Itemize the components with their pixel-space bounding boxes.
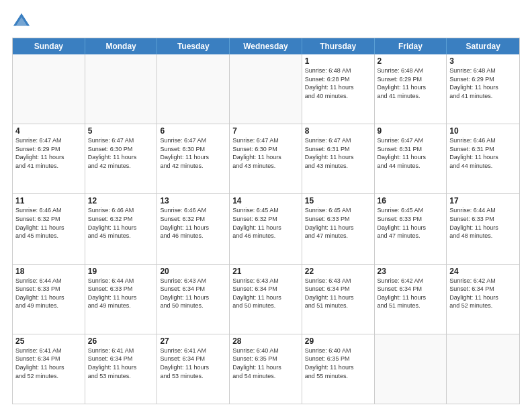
calendar-cell: 5Sunrise: 6:47 AM Sunset: 6:30 PM Daylig… — [85, 124, 158, 193]
calendar-cell — [13, 54, 85, 124]
day-number: 17 — [449, 196, 517, 205]
calendar-header-cell: Wednesday — [230, 38, 302, 54]
calendar-cell: 22Sunrise: 6:43 AM Sunset: 6:34 PM Dayli… — [302, 265, 375, 334]
day-number: 6 — [160, 126, 226, 136]
day-number: 10 — [449, 126, 517, 136]
day-number: 3 — [449, 56, 517, 66]
day-number: 14 — [232, 196, 299, 205]
day-number: 8 — [305, 126, 371, 136]
calendar-cell: 25Sunrise: 6:41 AM Sunset: 6:34 PM Dayli… — [13, 334, 85, 404]
calendar-week: 11Sunrise: 6:46 AM Sunset: 6:32 PM Dayli… — [13, 193, 519, 263]
day-number: 20 — [160, 267, 226, 276]
day-info: Sunrise: 6:45 AM Sunset: 6:32 PM Dayligh… — [232, 206, 299, 240]
day-info: Sunrise: 6:46 AM Sunset: 6:32 PM Dayligh… — [160, 206, 226, 240]
day-number: 1 — [305, 56, 371, 66]
calendar-body: 1Sunrise: 6:48 AM Sunset: 6:28 PM Daylig… — [13, 54, 519, 404]
calendar-cell: 19Sunrise: 6:44 AM Sunset: 6:33 PM Dayli… — [85, 265, 158, 334]
day-number: 21 — [232, 267, 299, 276]
day-info: Sunrise: 6:47 AM Sunset: 6:30 PM Dayligh… — [88, 136, 154, 170]
page: SundayMondayTuesdayWednesdayThursdayFrid… — [0, 0, 532, 411]
calendar-header-cell: Friday — [375, 38, 447, 54]
calendar-cell: 21Sunrise: 6:43 AM Sunset: 6:34 PM Dayli… — [230, 265, 302, 334]
day-info: Sunrise: 6:45 AM Sunset: 6:33 PM Dayligh… — [305, 206, 371, 240]
day-number: 9 — [378, 126, 444, 136]
calendar-cell: 20Sunrise: 6:43 AM Sunset: 6:34 PM Dayli… — [157, 265, 230, 334]
day-info: Sunrise: 6:47 AM Sunset: 6:30 PM Dayligh… — [160, 136, 226, 170]
day-info: Sunrise: 6:48 AM Sunset: 6:29 PM Dayligh… — [449, 66, 517, 100]
day-info: Sunrise: 6:44 AM Sunset: 6:33 PM Dayligh… — [88, 277, 154, 310]
day-number: 27 — [160, 336, 226, 346]
calendar-cell — [375, 334, 447, 404]
calendar-cell — [447, 334, 519, 404]
day-info: Sunrise: 6:47 AM Sunset: 6:29 PM Dayligh… — [15, 136, 82, 170]
day-info: Sunrise: 6:42 AM Sunset: 6:34 PM Dayligh… — [449, 277, 517, 310]
calendar-cell — [85, 54, 158, 124]
calendar-cell: 8Sunrise: 6:47 AM Sunset: 6:31 PM Daylig… — [302, 124, 375, 193]
day-number: 26 — [88, 336, 154, 346]
day-info: Sunrise: 6:46 AM Sunset: 6:32 PM Dayligh… — [15, 206, 82, 240]
calendar-cell: 28Sunrise: 6:40 AM Sunset: 6:35 PM Dayli… — [230, 334, 302, 404]
day-info: Sunrise: 6:46 AM Sunset: 6:31 PM Dayligh… — [449, 136, 517, 170]
calendar-cell: 7Sunrise: 6:47 AM Sunset: 6:30 PM Daylig… — [230, 124, 302, 193]
day-info: Sunrise: 6:43 AM Sunset: 6:34 PM Dayligh… — [305, 277, 371, 310]
day-number: 11 — [15, 196, 82, 205]
day-info: Sunrise: 6:43 AM Sunset: 6:34 PM Dayligh… — [232, 277, 299, 310]
logo-icon — [12, 12, 31, 31]
calendar-cell: 13Sunrise: 6:46 AM Sunset: 6:32 PM Dayli… — [157, 194, 230, 263]
calendar-week: 18Sunrise: 6:44 AM Sunset: 6:33 PM Dayli… — [13, 264, 519, 334]
calendar-cell: 6Sunrise: 6:47 AM Sunset: 6:30 PM Daylig… — [157, 124, 230, 193]
calendar-cell: 26Sunrise: 6:41 AM Sunset: 6:34 PM Dayli… — [85, 334, 158, 404]
header — [12, 12, 520, 31]
calendar-header-cell: Saturday — [447, 38, 519, 54]
calendar-cell: 1Sunrise: 6:48 AM Sunset: 6:28 PM Daylig… — [302, 54, 375, 124]
calendar-week: 25Sunrise: 6:41 AM Sunset: 6:34 PM Dayli… — [13, 334, 519, 404]
day-info: Sunrise: 6:40 AM Sunset: 6:35 PM Dayligh… — [232, 347, 299, 380]
calendar-cell: 9Sunrise: 6:47 AM Sunset: 6:31 PM Daylig… — [375, 124, 447, 193]
calendar-header-cell: Thursday — [302, 38, 375, 54]
calendar-cell: 11Sunrise: 6:46 AM Sunset: 6:32 PM Dayli… — [13, 194, 85, 263]
calendar-cell: 2Sunrise: 6:48 AM Sunset: 6:29 PM Daylig… — [375, 54, 447, 124]
day-info: Sunrise: 6:44 AM Sunset: 6:33 PM Dayligh… — [15, 277, 82, 310]
day-number: 13 — [160, 196, 226, 205]
day-number: 5 — [88, 126, 154, 136]
calendar-week: 1Sunrise: 6:48 AM Sunset: 6:28 PM Daylig… — [13, 54, 519, 124]
day-info: Sunrise: 6:44 AM Sunset: 6:33 PM Dayligh… — [449, 206, 517, 240]
day-number: 7 — [232, 126, 299, 136]
calendar: SundayMondayTuesdayWednesdayThursdayFrid… — [12, 38, 520, 404]
day-number: 19 — [88, 267, 154, 276]
logo — [12, 12, 34, 31]
calendar-cell: 14Sunrise: 6:45 AM Sunset: 6:32 PM Dayli… — [230, 194, 302, 263]
day-info: Sunrise: 6:42 AM Sunset: 6:34 PM Dayligh… — [378, 277, 444, 310]
calendar-cell: 29Sunrise: 6:40 AM Sunset: 6:35 PM Dayli… — [302, 334, 375, 404]
day-number: 24 — [449, 267, 517, 276]
day-info: Sunrise: 6:47 AM Sunset: 6:31 PM Dayligh… — [378, 136, 444, 170]
calendar-cell — [230, 54, 302, 124]
day-number: 15 — [305, 196, 371, 205]
calendar-cell — [157, 54, 230, 124]
day-number: 12 — [88, 196, 154, 205]
calendar-header-row: SundayMondayTuesdayWednesdayThursdayFrid… — [13, 38, 519, 54]
calendar-cell: 23Sunrise: 6:42 AM Sunset: 6:34 PM Dayli… — [375, 265, 447, 334]
day-number: 29 — [305, 336, 371, 346]
day-number: 28 — [232, 336, 299, 346]
calendar-header-cell: Tuesday — [157, 38, 230, 54]
day-info: Sunrise: 6:41 AM Sunset: 6:34 PM Dayligh… — [88, 347, 154, 380]
day-info: Sunrise: 6:47 AM Sunset: 6:31 PM Dayligh… — [305, 136, 371, 170]
day-info: Sunrise: 6:48 AM Sunset: 6:29 PM Dayligh… — [378, 66, 444, 100]
day-number: 18 — [15, 267, 82, 276]
day-info: Sunrise: 6:41 AM Sunset: 6:34 PM Dayligh… — [15, 347, 82, 380]
calendar-header-cell: Monday — [85, 38, 158, 54]
day-info: Sunrise: 6:40 AM Sunset: 6:35 PM Dayligh… — [305, 347, 371, 380]
day-info: Sunrise: 6:41 AM Sunset: 6:34 PM Dayligh… — [160, 347, 226, 380]
day-number: 22 — [305, 267, 371, 276]
calendar-cell: 12Sunrise: 6:46 AM Sunset: 6:32 PM Dayli… — [85, 194, 158, 263]
calendar-cell: 3Sunrise: 6:48 AM Sunset: 6:29 PM Daylig… — [447, 54, 519, 124]
day-info: Sunrise: 6:47 AM Sunset: 6:30 PM Dayligh… — [232, 136, 299, 170]
day-info: Sunrise: 6:46 AM Sunset: 6:32 PM Dayligh… — [88, 206, 154, 240]
calendar-cell: 24Sunrise: 6:42 AM Sunset: 6:34 PM Dayli… — [447, 265, 519, 334]
calendar-cell: 17Sunrise: 6:44 AM Sunset: 6:33 PM Dayli… — [447, 194, 519, 263]
calendar-cell: 27Sunrise: 6:41 AM Sunset: 6:34 PM Dayli… — [157, 334, 230, 404]
day-number: 25 — [15, 336, 82, 346]
day-number: 23 — [378, 267, 444, 276]
calendar-cell: 4Sunrise: 6:47 AM Sunset: 6:29 PM Daylig… — [13, 124, 85, 193]
